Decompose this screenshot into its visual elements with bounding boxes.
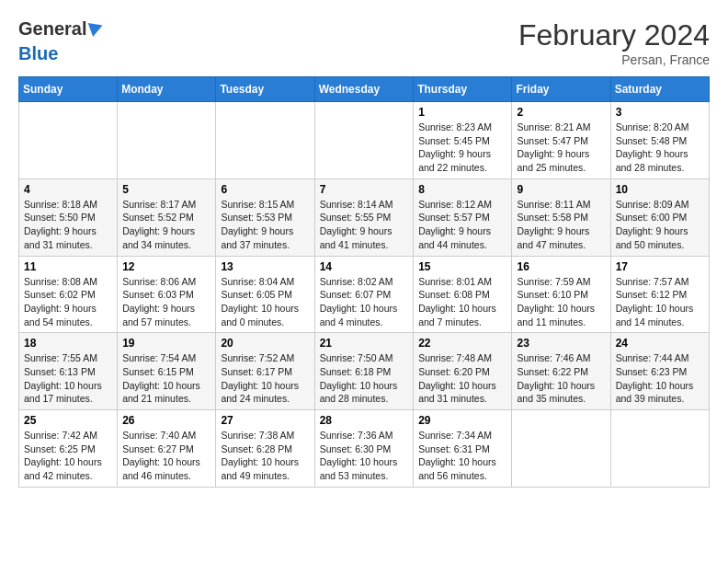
- day-number: 20: [221, 337, 309, 350]
- day-info: Sunrise: 7:34 AMSunset: 6:31 PMDaylight:…: [418, 429, 506, 483]
- calendar-cell: 22Sunrise: 7:48 AMSunset: 6:20 PMDayligh…: [414, 333, 512, 410]
- calendar-cell: 16Sunrise: 7:59 AMSunset: 6:10 PMDayligh…: [512, 256, 610, 333]
- day-number: 11: [24, 260, 112, 273]
- day-info: Sunrise: 8:15 AMSunset: 5:53 PMDaylight:…: [221, 198, 309, 252]
- day-info: Sunrise: 7:57 AMSunset: 6:12 PMDaylight:…: [616, 275, 704, 329]
- day-number: 24: [616, 337, 704, 350]
- calendar-cell: 23Sunrise: 7:46 AMSunset: 6:22 PMDayligh…: [512, 333, 610, 410]
- calendar-week-3: 11Sunrise: 8:08 AMSunset: 6:02 PMDayligh…: [19, 256, 710, 333]
- day-info: Sunrise: 7:36 AMSunset: 6:30 PMDaylight:…: [320, 429, 409, 483]
- day-number: 3: [616, 106, 704, 119]
- calendar-cell: 13Sunrise: 8:04 AMSunset: 6:05 PMDayligh…: [216, 256, 314, 333]
- logo-general-text: General: [18, 18, 103, 40]
- day-number: 17: [616, 260, 704, 273]
- day-number: 19: [122, 337, 210, 350]
- calendar-cell: [19, 102, 118, 179]
- day-number: 21: [320, 337, 409, 350]
- weekday-header-thursday: Thursday: [414, 77, 512, 102]
- day-info: Sunrise: 8:11 AMSunset: 5:58 PMDaylight:…: [517, 198, 605, 252]
- day-info: Sunrise: 8:02 AMSunset: 6:07 PMDaylight:…: [320, 275, 409, 329]
- weekday-header-friday: Friday: [512, 77, 610, 102]
- calendar-cell: 24Sunrise: 7:44 AMSunset: 6:23 PMDayligh…: [610, 333, 709, 410]
- day-number: 2: [517, 106, 605, 119]
- calendar-cell: 10Sunrise: 8:09 AMSunset: 6:00 PMDayligh…: [610, 178, 709, 256]
- calendar-cell: 28Sunrise: 7:36 AMSunset: 6:30 PMDayligh…: [314, 410, 414, 488]
- day-info: Sunrise: 7:55 AMSunset: 6:13 PMDaylight:…: [24, 351, 112, 406]
- day-info: Sunrise: 7:52 AMSunset: 6:17 PMDaylight:…: [221, 351, 309, 406]
- calendar-cell: [314, 102, 414, 179]
- day-info: Sunrise: 8:18 AMSunset: 5:50 PMDaylight:…: [24, 198, 112, 252]
- day-info: Sunrise: 7:50 AMSunset: 6:18 PMDaylight:…: [320, 351, 409, 406]
- day-number: 23: [517, 337, 605, 350]
- calendar-cell: 26Sunrise: 7:40 AMSunset: 6:27 PMDayligh…: [118, 410, 216, 488]
- logo-arrow-icon: [88, 18, 106, 37]
- day-number: 25: [24, 414, 112, 427]
- title-block: February 2024 Persan, France: [518, 18, 710, 67]
- day-number: 6: [221, 183, 309, 196]
- day-number: 5: [122, 183, 210, 196]
- day-info: Sunrise: 7:44 AMSunset: 6:23 PMDaylight:…: [616, 351, 704, 406]
- day-number: 18: [24, 337, 112, 350]
- weekday-header-tuesday: Tuesday: [216, 77, 314, 102]
- day-number: 8: [418, 183, 506, 196]
- calendar-cell: 12Sunrise: 8:06 AMSunset: 6:03 PMDayligh…: [118, 256, 216, 333]
- calendar-cell: 5Sunrise: 8:17 AMSunset: 5:52 PMDaylight…: [118, 178, 216, 256]
- day-info: Sunrise: 7:54 AMSunset: 6:15 PMDaylight:…: [122, 351, 210, 406]
- calendar-cell: [512, 410, 610, 488]
- calendar-cell: 11Sunrise: 8:08 AMSunset: 6:02 PMDayligh…: [19, 256, 118, 333]
- day-info: Sunrise: 8:17 AMSunset: 5:52 PMDaylight:…: [122, 198, 210, 252]
- calendar-cell: 15Sunrise: 8:01 AMSunset: 6:08 PMDayligh…: [414, 256, 512, 333]
- location-subtitle: Persan, France: [518, 52, 710, 67]
- weekday-header-wednesday: Wednesday: [314, 77, 414, 102]
- day-info: Sunrise: 7:59 AMSunset: 6:10 PMDaylight:…: [517, 275, 605, 329]
- day-number: 1: [418, 106, 506, 119]
- day-number: 4: [24, 183, 112, 196]
- day-info: Sunrise: 8:06 AMSunset: 6:03 PMDaylight:…: [122, 275, 210, 329]
- day-number: 22: [418, 337, 506, 350]
- weekday-header-sunday: Sunday: [19, 77, 118, 102]
- day-info: Sunrise: 8:01 AMSunset: 6:08 PMDaylight:…: [418, 275, 506, 329]
- logo: General Blue: [18, 18, 103, 64]
- logo-blue-text: Blue: [18, 43, 58, 64]
- calendar-cell: 21Sunrise: 7:50 AMSunset: 6:18 PMDayligh…: [314, 333, 414, 410]
- calendar-cell: 17Sunrise: 7:57 AMSunset: 6:12 PMDayligh…: [610, 256, 709, 333]
- day-info: Sunrise: 8:04 AMSunset: 6:05 PMDaylight:…: [221, 275, 309, 329]
- calendar-cell: [610, 410, 709, 488]
- day-number: 14: [320, 260, 409, 273]
- calendar-table: SundayMondayTuesdayWednesdayThursdayFrid…: [18, 76, 710, 488]
- calendar-cell: 8Sunrise: 8:12 AMSunset: 5:57 PMDaylight…: [414, 178, 512, 256]
- day-info: Sunrise: 8:09 AMSunset: 6:00 PMDaylight:…: [616, 198, 704, 252]
- calendar-cell: 9Sunrise: 8:11 AMSunset: 5:58 PMDaylight…: [512, 178, 610, 256]
- day-info: Sunrise: 8:23 AMSunset: 5:45 PMDaylight:…: [418, 121, 506, 175]
- day-number: 28: [320, 414, 409, 427]
- day-info: Sunrise: 8:20 AMSunset: 5:48 PMDaylight:…: [616, 121, 704, 175]
- day-info: Sunrise: 8:12 AMSunset: 5:57 PMDaylight:…: [418, 198, 506, 252]
- weekday-header-row: SundayMondayTuesdayWednesdayThursdayFrid…: [19, 77, 710, 102]
- day-number: 13: [221, 260, 309, 273]
- calendar-cell: 14Sunrise: 8:02 AMSunset: 6:07 PMDayligh…: [314, 256, 414, 333]
- calendar-cell: 20Sunrise: 7:52 AMSunset: 6:17 PMDayligh…: [216, 333, 314, 410]
- calendar-cell: 1Sunrise: 8:23 AMSunset: 5:45 PMDaylight…: [414, 102, 512, 179]
- day-number: 9: [517, 183, 605, 196]
- calendar-week-1: 1Sunrise: 8:23 AMSunset: 5:45 PMDaylight…: [19, 102, 710, 179]
- day-info: Sunrise: 7:40 AMSunset: 6:27 PMDaylight:…: [122, 429, 210, 483]
- day-info: Sunrise: 7:46 AMSunset: 6:22 PMDaylight:…: [517, 351, 605, 406]
- day-number: 12: [122, 260, 210, 273]
- calendar-week-5: 25Sunrise: 7:42 AMSunset: 6:25 PMDayligh…: [19, 410, 710, 488]
- calendar-cell: [216, 102, 314, 179]
- calendar-cell: 18Sunrise: 7:55 AMSunset: 6:13 PMDayligh…: [19, 333, 118, 410]
- day-number: 15: [418, 260, 506, 273]
- day-info: Sunrise: 8:14 AMSunset: 5:55 PMDaylight:…: [320, 198, 409, 252]
- calendar-cell: 25Sunrise: 7:42 AMSunset: 6:25 PMDayligh…: [19, 410, 118, 488]
- day-number: 16: [517, 260, 605, 273]
- day-info: Sunrise: 7:38 AMSunset: 6:28 PMDaylight:…: [221, 429, 309, 483]
- calendar-cell: 19Sunrise: 7:54 AMSunset: 6:15 PMDayligh…: [118, 333, 216, 410]
- day-info: Sunrise: 8:08 AMSunset: 6:02 PMDaylight:…: [24, 275, 112, 329]
- day-number: 27: [221, 414, 309, 427]
- day-number: 10: [616, 183, 704, 196]
- calendar-week-2: 4Sunrise: 8:18 AMSunset: 5:50 PMDaylight…: [19, 178, 710, 256]
- calendar-cell: 7Sunrise: 8:14 AMSunset: 5:55 PMDaylight…: [314, 178, 414, 256]
- day-info: Sunrise: 8:21 AMSunset: 5:47 PMDaylight:…: [517, 121, 605, 175]
- calendar-cell: 29Sunrise: 7:34 AMSunset: 6:31 PMDayligh…: [414, 410, 512, 488]
- calendar-cell: 4Sunrise: 8:18 AMSunset: 5:50 PMDaylight…: [19, 178, 118, 256]
